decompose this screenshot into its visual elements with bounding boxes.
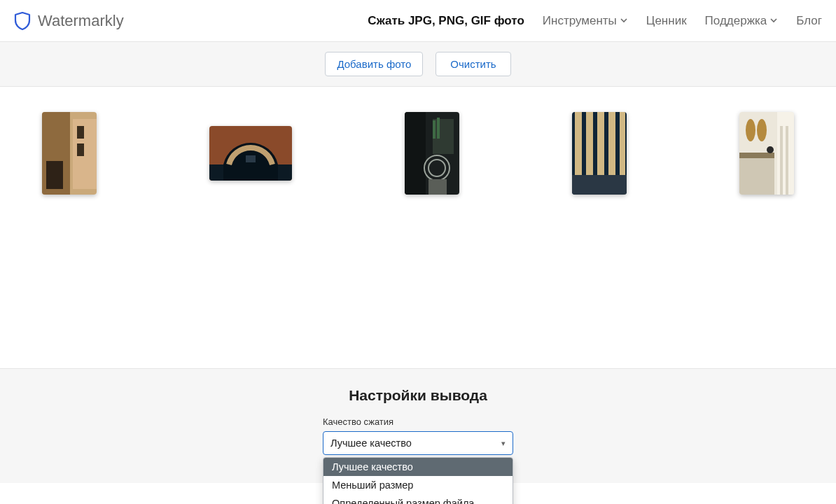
- thumbnail[interactable]: [572, 112, 627, 195]
- quality-dropdown: Лучшее качество Меньший размер Определен…: [323, 457, 513, 504]
- svg-rect-16: [437, 118, 440, 139]
- quality-option-smaller[interactable]: Меньший размер: [323, 476, 513, 494]
- thumbnail[interactable]: [42, 112, 97, 195]
- quality-option-best[interactable]: Лучшее качество: [323, 458, 513, 476]
- svg-rect-30: [739, 153, 774, 158]
- thumbnails-row: [42, 112, 794, 195]
- settings-title: Настройки вывода: [0, 387, 836, 404]
- svg-rect-27: [786, 126, 788, 195]
- action-bar: Добавить фото Очистить: [0, 42, 836, 87]
- svg-point-29: [757, 119, 767, 141]
- nav-tools-label: Инструменты: [543, 14, 617, 28]
- svg-rect-2: [73, 119, 97, 189]
- nav-blog-label: Блог: [796, 14, 822, 28]
- brand[interactable]: Watermarkly: [14, 12, 124, 30]
- thumbnails-area: [0, 87, 836, 368]
- header: Watermarkly Сжать JPG, PNG, GIF фото Инс…: [0, 0, 836, 42]
- nav-support-label: Поддержка: [705, 14, 767, 28]
- nav-support[interactable]: Поддержка: [705, 14, 779, 28]
- quality-option-target-size[interactable]: Определенный размер файла: [323, 494, 513, 504]
- add-photo-button[interactable]: Добавить фото: [325, 52, 423, 76]
- svg-rect-3: [46, 161, 63, 189]
- svg-rect-4: [77, 126, 84, 139]
- output-settings-panel: Настройки вывода Качество сжатия Лучшее …: [0, 368, 836, 483]
- svg-point-28: [746, 119, 755, 141]
- brand-name: Watermarkly: [38, 12, 124, 30]
- svg-point-32: [767, 146, 774, 153]
- quality-label: Качество сжатия: [323, 416, 513, 427]
- svg-rect-8: [246, 155, 256, 162]
- nav-compress-label: Сжать JPG, PNG, GIF фото: [368, 14, 524, 28]
- chevron-down-icon: [769, 14, 778, 28]
- svg-rect-23: [572, 175, 627, 195]
- nav-pricing-label: Ценник: [646, 14, 687, 28]
- nav-compress[interactable]: Сжать JPG, PNG, GIF фото: [368, 14, 524, 28]
- svg-rect-10: [405, 112, 426, 195]
- svg-rect-14: [429, 179, 447, 195]
- chevron-down-icon: ▾: [501, 439, 506, 448]
- nav-tools[interactable]: Инструменты: [543, 14, 628, 28]
- svg-rect-31: [739, 158, 774, 195]
- svg-rect-11: [433, 119, 454, 154]
- thumbnail[interactable]: [405, 112, 459, 195]
- thumbnail[interactable]: [209, 126, 292, 181]
- nav-blog[interactable]: Блог: [796, 14, 822, 28]
- chevron-down-icon: [620, 14, 628, 28]
- nav-pricing[interactable]: Ценник: [646, 14, 687, 28]
- svg-rect-5: [77, 144, 84, 156]
- quality-select[interactable]: Лучшее качество ▾: [323, 431, 513, 455]
- clear-button[interactable]: Очистить: [436, 52, 510, 76]
- svg-rect-26: [780, 126, 783, 195]
- shield-icon: [14, 12, 31, 30]
- nav: Сжать JPG, PNG, GIF фото Инструменты Цен…: [368, 14, 822, 28]
- thumbnail[interactable]: [739, 112, 794, 195]
- svg-rect-15: [433, 120, 436, 139]
- quality-select-value: Лучшее качество: [330, 438, 412, 449]
- settings-form: Качество сжатия Лучшее качество ▾ Лучшее…: [323, 416, 513, 455]
